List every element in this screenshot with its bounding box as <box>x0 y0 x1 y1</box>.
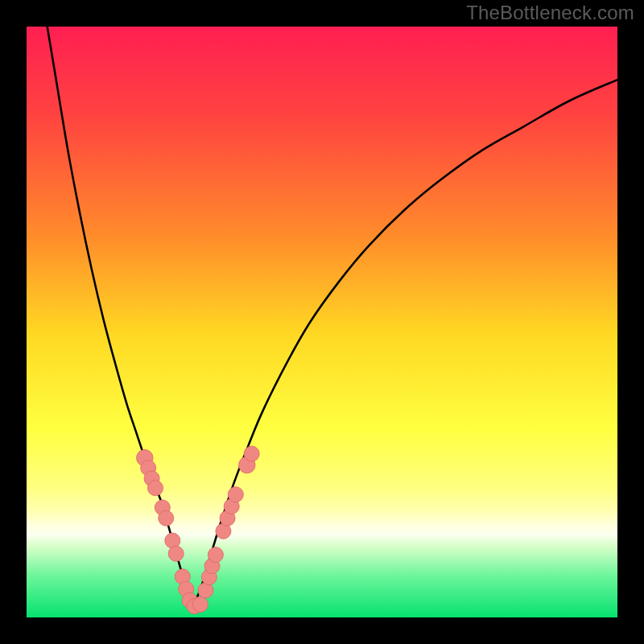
chart-frame: TheBottleneck.com <box>0 0 644 644</box>
markers-group <box>137 446 260 613</box>
data-marker <box>147 481 163 496</box>
right-branch-curve <box>192 80 617 609</box>
watermark-text: TheBottleneck.com <box>466 2 634 24</box>
data-marker <box>159 510 174 526</box>
data-marker <box>244 446 259 461</box>
data-marker <box>228 487 243 502</box>
plot-area <box>27 27 617 617</box>
data-marker <box>192 597 208 612</box>
data-marker <box>168 546 184 561</box>
curves-layer <box>27 27 617 617</box>
data-marker <box>208 547 223 563</box>
